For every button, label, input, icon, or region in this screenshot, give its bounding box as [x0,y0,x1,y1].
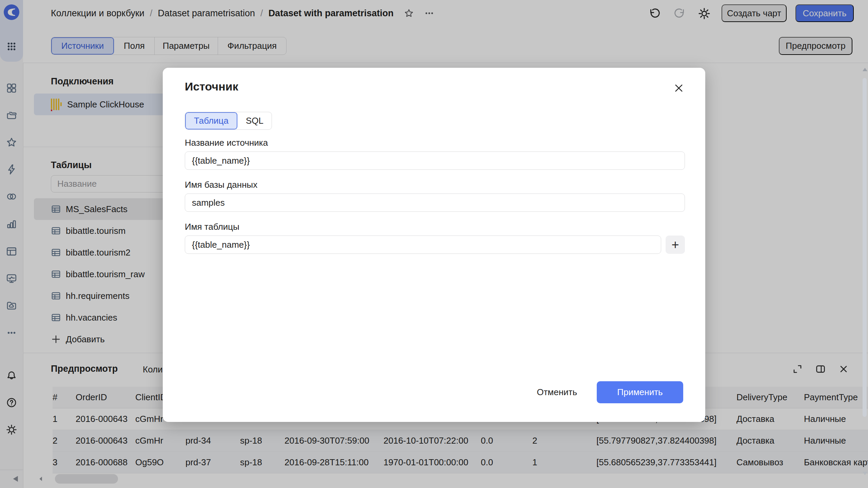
table-name-input[interactable] [185,236,661,254]
source-name-input[interactable] [185,151,685,170]
close-icon[interactable] [671,81,686,96]
vscroll-thumb[interactable] [863,78,867,417]
app: Коллекции и воркбуки / Dataset parametri… [0,0,868,488]
modal-title: Источник [185,80,238,93]
source-name-label: Название источника [185,138,268,148]
table-name-label: Имя таблицы [185,222,239,232]
source-type-tabs: Таблица SQL [185,112,272,130]
add-source-plus-button[interactable]: + [666,236,685,254]
tab-table[interactable]: Таблица [185,112,238,129]
cancel-button[interactable]: Отменить [533,381,580,403]
db-name-input[interactable] [185,194,685,212]
modal-footer: Отменить Применить [163,381,705,403]
tab-sql[interactable]: SQL [238,112,272,129]
db-name-label: Имя базы данных [185,180,257,190]
source-modal: Источник Таблица SQL Название источника … [163,68,705,422]
apply-button[interactable]: Применить [597,381,683,403]
vertical-scrollbar[interactable] [861,64,868,488]
